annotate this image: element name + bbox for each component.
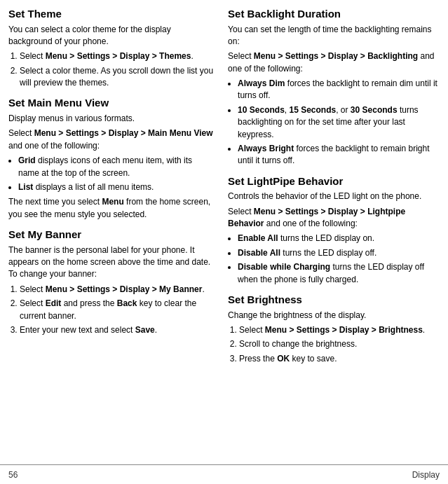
lightpipe-bullets: Enable All turns the LED display on. Dis…	[228, 233, 440, 286]
set-brightness-body: Change the brightness of the display. Se…	[228, 310, 440, 366]
note-plain: The next time you select	[8, 197, 102, 207]
set-backlight-duration-title: Set Backlight Duration	[228, 7, 440, 21]
brightness-step1-plain: Select	[239, 325, 265, 335]
enable-all-bold: Enable All	[238, 233, 278, 243]
brightness-steps: Select Menu > Settings > Display > Brigh…	[228, 324, 440, 365]
set-main-menu-select: Select Menu > Settings > Display > Main …	[8, 127, 214, 152]
set-my-banner-section: Set My Banner The banner is the personal…	[8, 228, 214, 336]
lightpipe-intro: Controls the behavior of the LED light o…	[228, 191, 440, 202]
lightpipe-select-after: and one of the following:	[264, 219, 357, 228]
set-theme-section: Set Theme You can select a color theme f…	[8, 7, 214, 89]
step1-plain: Select	[20, 51, 46, 61]
banner-step1-bold: Menu > Settings > Display > My Banner	[46, 284, 203, 294]
set-my-banner-steps: Select Menu > Settings > Display > My Ba…	[8, 284, 214, 337]
set-lightpipe-behavior-section: Set LightPipe Behavior Controls the beha…	[228, 174, 440, 286]
set-lightpipe-behavior-body: Controls the behavior of the LED light o…	[228, 191, 440, 286]
list-item: Select a color theme. As you scroll down…	[20, 65, 214, 90]
always-dim-bold: Always Dim	[238, 78, 285, 88]
content-area: Set Theme You can select a color theme f…	[0, 0, 448, 464]
set-brightness-title: Set Brightness	[228, 293, 440, 307]
backlight-select: Select Menu > Settings > Display > Backl…	[228, 50, 440, 75]
always-bright-bold: Always Bright	[238, 144, 294, 153]
bullet-grid-bold: Grid	[18, 155, 36, 165]
select-after: and one of the following:	[8, 141, 100, 151]
brightness-step3-after: key to save.	[290, 354, 337, 364]
select-plain: Select	[8, 128, 34, 138]
set-brightness-section: Set Brightness Change the brightness of …	[228, 293, 440, 365]
disable-all-text: turns the LED display off.	[280, 248, 376, 258]
set-my-banner-title: Set My Banner	[8, 228, 214, 242]
set-theme-intro: You can select a color theme for the dis…	[8, 24, 214, 48]
set-backlight-duration-section: Set Backlight Duration You can set the l…	[228, 7, 440, 167]
set-main-menu-intro: Display menus in various formats.	[8, 113, 214, 125]
10sec-sep2: , or	[336, 105, 351, 115]
list-item: Enable All turns the LED display on.	[238, 233, 440, 244]
30sec-bold: 30 Seconds	[351, 105, 398, 115]
bullet-grid-text: displays icons of each menu item, with i…	[18, 155, 192, 177]
15sec-bold: 15 Seconds	[289, 105, 336, 115]
list-item: Always Bright forces the backlight to re…	[238, 143, 440, 167]
set-backlight-duration-body: You can set the length of time the backl…	[228, 24, 440, 167]
enable-all-text: turns the LED display on.	[278, 233, 374, 243]
brightness-step3-plain: Press the	[239, 354, 277, 364]
set-main-menu-view-body: Display menus in various formats. Select…	[8, 113, 214, 221]
banner-step2-plain: Select	[20, 298, 46, 308]
list-item: Scroll to change the brightness.	[239, 338, 440, 350]
footer-section-label: Display	[412, 470, 440, 480]
set-main-menu-view-section: Set Main Menu View Display menus in vari…	[8, 96, 214, 221]
disable-charging-bold: Disable while Charging	[238, 262, 330, 272]
banner-step1-plain: Select	[20, 284, 46, 294]
brightness-step2-text: Scroll to change the brightness.	[239, 339, 357, 349]
step1-after: .	[191, 51, 193, 61]
footer-page-number: 56	[8, 470, 18, 480]
lightpipe-select: Select Menu > Settings > Display > Light…	[228, 206, 440, 230]
main-menu-view-note: The next time you select Menu from the h…	[8, 196, 214, 221]
page-container: Set Theme You can select a color theme f…	[0, 0, 448, 484]
banner-step2-bold2: Back	[117, 298, 137, 308]
set-lightpipe-behavior-title: Set LightPipe Behavior	[228, 174, 440, 188]
list-item: 10 Seconds, 15 Seconds, or 30 Seconds tu…	[238, 104, 440, 141]
backlight-bullets: Always Dim forces the backlight to remai…	[228, 78, 440, 167]
footer-bar: 56 Display	[0, 464, 448, 484]
list-item: Select Menu > Settings > Display > My Ba…	[20, 284, 214, 296]
list-item: Always Dim forces the backlight to remai…	[238, 78, 440, 102]
left-column: Set Theme You can select a color theme f…	[8, 7, 221, 464]
list-item: List displays a list of all menu items.	[18, 181, 214, 193]
set-my-banner-intro: The banner is the personal label for you…	[8, 244, 214, 281]
list-item: Press the OK key to save.	[239, 353, 440, 365]
main-menu-view-bullets: Grid displays icons of each menu item, w…	[8, 155, 214, 193]
brightness-intro: Change the brightness of the display.	[228, 310, 440, 321]
backlight-select-bold: Menu > Settings > Display > Backlighting	[254, 51, 418, 61]
bullet-list-text: displays a list of all menu items.	[33, 182, 154, 192]
step1-bold: Menu > Settings > Display > Themes	[46, 51, 191, 61]
banner-step2-middle: and press the	[61, 298, 116, 308]
set-theme-title: Set Theme	[8, 7, 214, 21]
banner-step3-after: .	[155, 325, 157, 335]
lightpipe-select-plain: Select	[228, 207, 254, 216]
brightness-step1-bold: Menu > Settings > Display > Brightness	[265, 325, 423, 335]
set-theme-steps: Select Menu > Settings > Display > Theme…	[8, 50, 214, 89]
list-item: Enter your new text and select Save.	[20, 324, 214, 336]
set-theme-body: You can select a color theme for the dis…	[8, 24, 214, 90]
banner-step3-bold: Save	[135, 325, 155, 335]
list-item: Disable while Charging turns the LED dis…	[238, 261, 440, 286]
banner-step3-plain: Enter your new text and select	[20, 325, 135, 335]
right-column: Set Backlight Duration You can set the l…	[221, 7, 440, 464]
10sec-bold: 10 Seconds	[238, 105, 285, 115]
list-item: Select Menu > Settings > Display > Theme…	[20, 50, 214, 62]
banner-step2-bold: Edit	[46, 298, 62, 308]
list-item: Select Menu > Settings > Display > Brigh…	[239, 324, 440, 336]
banner-step1-after: .	[202, 284, 204, 294]
select-bold: Menu > Settings > Display > Main Menu Vi…	[34, 128, 213, 138]
brightness-step3-bold: OK	[277, 354, 290, 364]
disable-all-bold: Disable All	[238, 248, 280, 258]
bullet-list-bold: List	[18, 182, 33, 192]
backlight-select-plain: Select	[228, 51, 254, 61]
list-item: Grid displays icons of each menu item, w…	[18, 155, 214, 179]
set-my-banner-body: The banner is the personal label for you…	[8, 244, 214, 337]
list-item: Select Edit and press the Back key to cl…	[20, 298, 214, 322]
backlight-intro: You can set the length of time the backl…	[228, 24, 440, 48]
note-bold: Menu	[102, 197, 123, 207]
brightness-step1-after: .	[423, 325, 425, 335]
list-item: Disable All turns the LED display off.	[238, 247, 440, 259]
